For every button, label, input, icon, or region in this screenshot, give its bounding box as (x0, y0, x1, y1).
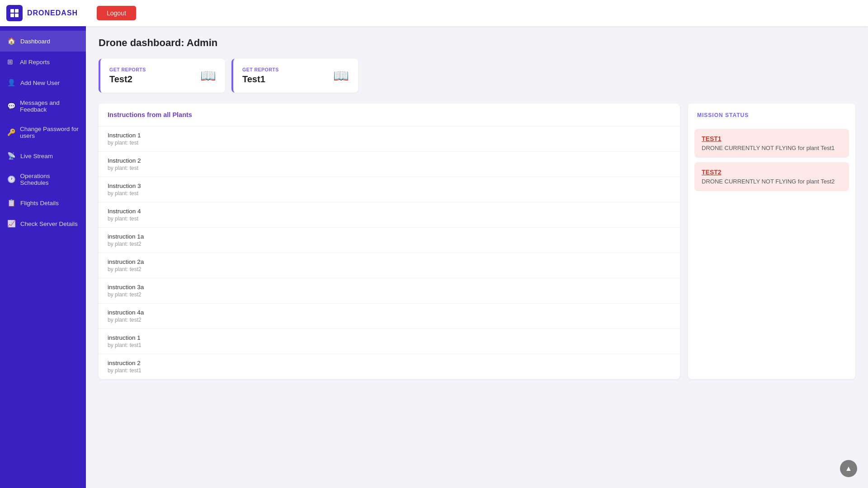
sidebar-item-all-reports[interactable]: ⊞ All Reports (0, 52, 86, 72)
report-card-value-test1: Test1 (242, 74, 279, 84)
report-card-label-test1: GET REPORTS (242, 67, 279, 72)
bottom-section: Instructions from all Plants Instruction… (99, 103, 855, 379)
sidebar-item-label-dashboard: Dashboard (20, 38, 50, 45)
report-card-label-test2: GET REPORTS (109, 67, 146, 72)
sidebar-item-label-messages: Messages and Feedback (20, 99, 79, 113)
sidebar-item-live-stream[interactable]: 📡 Live Stream (0, 145, 86, 166)
sidebar-item-label-live-stream: Live Stream (20, 153, 53, 160)
main-wrapper: Drone dashboard: Admin GET REPORTS Test2… (86, 26, 868, 488)
add-user-icon: 👤 (7, 79, 16, 87)
sidebar-item-flights-details[interactable]: 📋 Flights Details (0, 192, 86, 213)
mission-card: TEST1 DRONE CURRENTLY NOT FLYING for pla… (694, 129, 849, 158)
sidebar-item-label-change-password: Change Password for users (20, 126, 79, 139)
flights-icon: 📋 (7, 199, 16, 207)
svg-rect-0 (10, 9, 14, 13)
sidebar-item-label-add-user: Add New User (20, 80, 60, 86)
sidebar-nav: 🏠 Dashboard ⊞ All Reports 👤 Add New User… (0, 26, 86, 488)
sidebar-item-check-server[interactable]: 📈 Check Server Details (0, 213, 86, 234)
sidebar-item-add-new-user[interactable]: 👤 Add New User (0, 72, 86, 93)
instruction-plant: by plant: test (108, 165, 671, 171)
mission-card-id[interactable]: TEST2 (702, 169, 842, 176)
instruction-plant: by plant: test1 (108, 367, 671, 374)
sidebar-item-change-password[interactable]: 🔑 Change Password for users (0, 119, 86, 145)
list-item: instruction 4a by plant: test2 (99, 304, 680, 329)
messages-icon: 💬 (7, 102, 15, 110)
instruction-plant: by plant: test1 (108, 342, 671, 348)
brand: DRONEDASH (6, 5, 92, 21)
instruction-name: instruction 1a (108, 233, 671, 240)
instructions-header: Instructions from all Plants (99, 103, 680, 127)
report-card-left-test1: GET REPORTS Test1 (242, 67, 279, 84)
mission-card-status: DRONE CURRENTLY NOT FLYING for plant Tes… (702, 178, 842, 185)
dashboard-icon: 🏠 (7, 37, 16, 45)
logout-button[interactable]: Logout (97, 6, 136, 20)
instruction-name: Instruction 1 (108, 132, 671, 139)
sidebar-item-label-flights: Flights Details (20, 200, 59, 206)
instruction-name: instruction 1 (108, 334, 671, 341)
mission-header: MISSION STATUS (688, 103, 855, 124)
instruction-plant: by plant: test (108, 216, 671, 222)
list-item: Instruction 2 by plant: test (99, 152, 680, 177)
sidebar-item-operations-schedules[interactable]: 🕐 Operations Schedules (0, 166, 86, 192)
report-card-test1[interactable]: GET REPORTS Test1 📖 (231, 59, 358, 93)
instruction-name: instruction 2 (108, 360, 671, 366)
list-item: Instruction 1 by plant: test (99, 127, 680, 152)
report-card-icon-test2: 📖 (200, 68, 216, 83)
instruction-name: instruction 2a (108, 258, 671, 265)
list-item: instruction 2 by plant: test1 (99, 354, 680, 379)
instruction-name: instruction 4a (108, 309, 671, 316)
instruction-plant: by plant: test2 (108, 317, 671, 323)
instruction-plant: by plant: test (108, 140, 671, 146)
operations-icon: 🕐 (7, 175, 16, 183)
report-card-value-test2: Test2 (109, 74, 146, 84)
app-title: DRONEDASH (27, 9, 78, 17)
instruction-name: Instruction 4 (108, 208, 671, 215)
list-item: Instruction 4 by plant: test (99, 202, 680, 228)
sidebar-item-label-operations: Operations Schedules (20, 173, 79, 186)
instruction-name: instruction 3a (108, 284, 671, 291)
main-content: Drone dashboard: Admin GET REPORTS Test2… (86, 26, 868, 390)
list-item: instruction 1a by plant: test2 (99, 228, 680, 253)
report-cards: GET REPORTS Test2 📖 GET REPORTS Test1 📖 (99, 59, 855, 93)
mission-card-id[interactable]: TEST1 (702, 135, 842, 142)
mission-card: TEST2 DRONE CURRENTLY NOT FLYING for pla… (694, 162, 849, 191)
sidebar-item-messages-feedback[interactable]: 💬 Messages and Feedback (0, 93, 86, 119)
live-stream-icon: 📡 (7, 152, 16, 160)
list-item: instruction 2a by plant: test2 (99, 253, 680, 278)
report-card-left-test2: GET REPORTS Test2 (109, 67, 146, 84)
report-card-icon-test1: 📖 (333, 68, 349, 83)
instruction-plant: by plant: test (108, 190, 671, 197)
instructions-title: Instructions from all Plants (108, 111, 192, 118)
svg-rect-2 (10, 14, 14, 17)
svg-rect-1 (15, 9, 19, 13)
page-title: Drone dashboard: Admin (99, 37, 855, 49)
list-item: Instruction 3 by plant: test (99, 177, 680, 202)
mission-status-title: MISSION STATUS (697, 112, 749, 118)
instruction-plant: by plant: test2 (108, 266, 671, 272)
instruction-name: Instruction 3 (108, 183, 671, 189)
instructions-panel: Instructions from all Plants Instruction… (99, 103, 680, 379)
instruction-plant: by plant: test2 (108, 241, 671, 247)
top-bar: DRONEDASH Logout (0, 0, 868, 26)
list-item: instruction 1 by plant: test1 (99, 329, 680, 354)
report-card-test2[interactable]: GET REPORTS Test2 📖 (99, 59, 225, 93)
all-reports-icon: ⊞ (7, 58, 15, 66)
change-password-icon: 🔑 (7, 128, 15, 136)
sidebar: 🏠 Dashboard ⊞ All Reports 👤 Add New User… (0, 26, 86, 488)
check-server-icon: 📈 (7, 220, 16, 228)
instructions-list: Instruction 1 by plant: testInstruction … (99, 127, 680, 379)
mission-list: TEST1 DRONE CURRENTLY NOT FLYING for pla… (688, 129, 855, 191)
sidebar-item-dashboard[interactable]: 🏠 Dashboard (0, 31, 86, 52)
instruction-name: Instruction 2 (108, 157, 671, 164)
list-item: instruction 3a by plant: test2 (99, 278, 680, 304)
mission-card-status: DRONE CURRENTLY NOT FLYING for plant Tes… (702, 145, 842, 151)
brand-icon (6, 5, 23, 21)
mission-panel: MISSION STATUS TEST1 DRONE CURRENTLY NOT… (688, 103, 855, 379)
sidebar-item-label-all-reports: All Reports (20, 59, 50, 66)
sidebar-item-label-check-server: Check Server Details (20, 221, 78, 227)
svg-rect-3 (15, 14, 19, 17)
scroll-to-top-button[interactable]: ▲ (840, 460, 857, 477)
instruction-plant: by plant: test2 (108, 291, 671, 298)
